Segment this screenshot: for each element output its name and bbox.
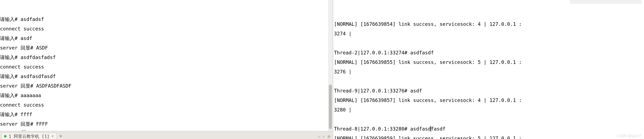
terminal-line: Thread-9|127.0.0.1:33276# asdf bbox=[334, 86, 644, 96]
selection-highlight bbox=[570, 0, 642, 4]
prompt-text: server 回显# bbox=[0, 121, 36, 127]
terminal-line: [NORMAL] [1676639859] link success, serv… bbox=[334, 134, 644, 139]
terminal-line bbox=[334, 77, 644, 86]
line-text: connect success bbox=[0, 102, 44, 108]
prompt-text: 请输入# bbox=[0, 112, 20, 117]
terminal-line: 请输入# asdf bbox=[0, 34, 333, 43]
tab-title: 1 阿里云教学机 [1] bbox=[9, 134, 50, 138]
terminal-line: [NORMAL] [1676639854] link success, serv… bbox=[334, 19, 644, 29]
terminal-line: server 回显# ASDF bbox=[0, 43, 333, 53]
line-text: FFFF bbox=[36, 121, 48, 127]
terminal-line: server 回显# FFFF bbox=[0, 119, 333, 129]
line-text: ASDF bbox=[36, 45, 48, 51]
terminal-line: 3280 | bbox=[334, 105, 644, 115]
terminal-line bbox=[334, 38, 644, 48]
line-text: asdfdasfadsf bbox=[20, 55, 56, 60]
tab-next-button[interactable]: ▷ bbox=[322, 135, 326, 138]
left-terminal-output[interactable]: 请输入# asdfadsfconnect success请输入# asdfser… bbox=[0, 0, 333, 131]
prompt-text: 请输入# bbox=[0, 16, 20, 22]
svg-rect-2 bbox=[328, 137, 330, 138]
tab-menu-button[interactable] bbox=[327, 135, 330, 138]
terminal-line: 3274 | bbox=[334, 29, 644, 38]
left-scrollbar[interactable] bbox=[328, 0, 333, 131]
terminal-line: 请输入# asdfadsf bbox=[0, 14, 333, 24]
terminal-line: 请输入# asdfdasfadsf bbox=[0, 53, 333, 62]
watermark-text: CSDN @ky213 bbox=[617, 134, 641, 138]
add-tab-button[interactable]: + bbox=[58, 133, 64, 139]
prompt-text: 请输入# bbox=[0, 35, 20, 41]
terminal-tab[interactable]: 1 阿里云教学机 [1] × bbox=[1, 133, 56, 139]
chevron-down-icon bbox=[327, 135, 330, 138]
terminal-line: server 回显# ASDFASDFASDF bbox=[0, 81, 333, 91]
line-text: fasdf bbox=[431, 126, 446, 132]
line-text: ASDFASDFASDF bbox=[36, 83, 72, 89]
line-text: asdfadsf bbox=[20, 16, 44, 22]
terminal-line: [NORMAL] [1676639855] link success, serv… bbox=[334, 58, 644, 67]
terminal-line: connect success bbox=[0, 100, 333, 110]
terminal-line: 3276 | bbox=[334, 67, 644, 77]
line-text: asdf bbox=[20, 35, 32, 41]
left-terminal-pane: 请输入# asdfadsfconnect success请输入# asdfser… bbox=[0, 0, 333, 139]
terminal-line: [NORMAL] [1676639857] link success, serv… bbox=[334, 96, 644, 105]
terminal-input-line[interactable]: 请输入# bbox=[0, 129, 333, 131]
line-text: asdfasdfasdf bbox=[20, 74, 56, 79]
terminal-line: 请输入# asdfasdfasdf bbox=[0, 72, 333, 81]
prompt-text: server 回显# bbox=[0, 83, 36, 89]
prompt-text: server 回显# bbox=[0, 45, 36, 51]
prompt-text: 请输入# bbox=[0, 93, 20, 98]
prompt-text: 请输入# bbox=[0, 55, 20, 60]
terminal-line bbox=[334, 115, 644, 124]
line-text: ffff bbox=[20, 112, 32, 117]
svg-rect-0 bbox=[328, 136, 330, 136]
terminal-line: 请输入# aaaaaaa bbox=[0, 91, 333, 100]
line-text: aaaaaaa bbox=[20, 93, 41, 98]
svg-rect-1 bbox=[328, 137, 330, 137]
tab-bar: 1 阿里云教学机 [1] × + ◁ ▷ bbox=[0, 131, 333, 139]
terminal-line: connect success bbox=[0, 62, 333, 72]
right-terminal-pane[interactable]: [NORMAL] [1676639854] link success, serv… bbox=[333, 0, 644, 139]
terminal-line: 请输入# ffff bbox=[0, 110, 333, 119]
terminal-line: Thread-2|127.0.0.1:33274# asdfasdf bbox=[334, 48, 644, 58]
line-text: connect success bbox=[0, 26, 44, 31]
connection-status-dot-icon bbox=[4, 135, 6, 138]
prompt-text: 请输入# bbox=[0, 74, 20, 79]
line-text: connect success bbox=[0, 64, 44, 70]
tab-close-button[interactable]: × bbox=[52, 134, 54, 138]
tab-prev-button[interactable]: ◁ bbox=[317, 135, 321, 138]
line-text: Thread-8|127.0.0.1:33280# asdfasd bbox=[334, 126, 431, 132]
terminal-line: Thread-8|127.0.0.1:33280# asdfasdfasdf bbox=[334, 124, 644, 134]
terminal-line: connect success bbox=[0, 24, 333, 34]
tab-bar-controls: ◁ ▷ bbox=[317, 135, 330, 138]
